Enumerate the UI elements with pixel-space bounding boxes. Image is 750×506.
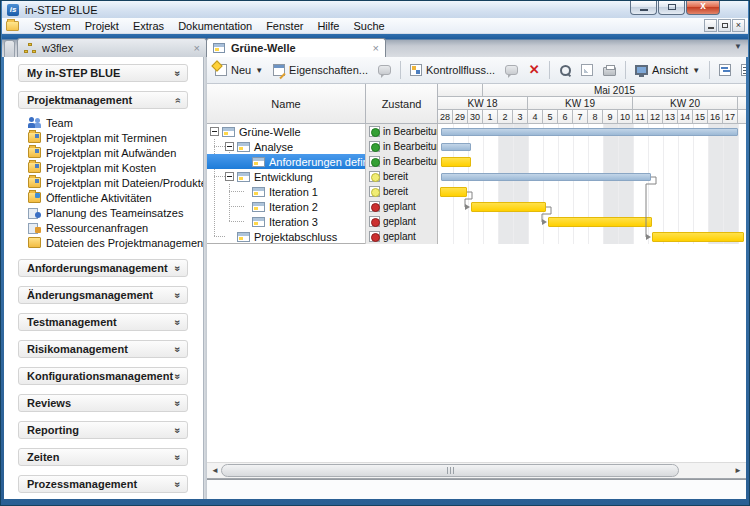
sidebar-item-ressourcenanfragen[interactable]: Ressourcenanfragen <box>4 220 203 235</box>
status-cell-iteration-3[interactable]: geplant <box>366 214 437 229</box>
menu-dokumentation[interactable]: Dokumentation <box>171 18 259 34</box>
menu-extras[interactable]: Extras <box>126 18 171 34</box>
menu-fenster[interactable]: Fenster <box>259 18 310 34</box>
column-header-name[interactable]: Name <box>207 84 366 124</box>
task-name: Projektabschluss <box>254 231 337 243</box>
sidebar-section-konfigurationsmanagement[interactable]: Konfigurationsmanagement» <box>18 367 188 385</box>
menu-system[interactable]: System <box>27 18 78 34</box>
status-cell-projektabschluss[interactable]: geplant <box>366 229 437 244</box>
gantt-bar-analyse[interactable] <box>441 143 471 151</box>
comment-button-2[interactable] <box>501 63 522 77</box>
timeline-day-6: 6 <box>558 110 573 124</box>
chevron-down-icon: » <box>173 319 184 325</box>
task-row-iteration-2[interactable]: Iteration 2 <box>207 199 365 214</box>
task-row-gr-ne-welle[interactable]: Grüne-Welle <box>207 124 365 139</box>
scroll-right-icon[interactable]: ► <box>732 465 744 477</box>
zustand-column: in Bearbeitungin Bearbeitungin Bearbeitu… <box>366 124 438 244</box>
sidebar-section-risikomanagement[interactable]: Risikomanagement» <box>18 340 188 358</box>
status-cell-gr-ne-welle[interactable]: in Bearbeitung <box>366 124 437 139</box>
sidebar-item-team[interactable]: Team <box>4 115 203 130</box>
tab-scroll-stub[interactable] <box>4 40 15 57</box>
sidebar-item-dateien-des-projektmanagements[interactable]: Dateien des Projektmanagements <box>4 235 203 250</box>
sidebar-item-projektplan-mit-aufw-nden[interactable]: Projektplan mit Aufwänden <box>4 145 203 160</box>
timeline-day-3: 3 <box>513 110 528 124</box>
status-cell-iteration-1[interactable]: bereit <box>366 184 437 199</box>
sidebar-section-reporting[interactable]: Reporting» <box>18 421 188 439</box>
zoom-button[interactable] <box>555 62 575 78</box>
maximize-button[interactable] <box>658 1 685 15</box>
task-row-iteration-3[interactable]: Iteration 3 <box>207 214 365 229</box>
delete-button[interactable]: ✕ <box>524 62 544 78</box>
sidebar-item-projektplan-mit-dateien-produkten[interactable]: Projektplan mit Dateien/Produkten <box>4 175 203 190</box>
sidebar-item-projektplan-mit-kosten[interactable]: Projektplan mit Kosten <box>4 160 203 175</box>
sidebar-section-prozessmanagement[interactable]: Prozessmanagement» <box>18 475 188 493</box>
gantt-bar-anforderungen-definieren[interactable] <box>441 157 471 167</box>
status-cell-entwicklung[interactable]: bereit <box>366 169 437 184</box>
task-icon <box>252 217 265 227</box>
view-button[interactable]: Ansicht▼ <box>631 62 704 78</box>
gantt-bar-entwicklung[interactable] <box>441 173 651 181</box>
tab-close-icon[interactable]: × <box>373 43 379 53</box>
sidebar-section-anforderungsmanagement[interactable]: Anforderungsmanagement» <box>18 259 188 277</box>
empty-area <box>207 244 746 462</box>
status-cell-anforderungen-definieren[interactable]: in Bearbeitung <box>366 154 437 169</box>
collapse-toggle-icon[interactable] <box>225 172 234 181</box>
comment-button[interactable] <box>374 63 395 77</box>
tab-w3flex[interactable]: w3flex × <box>17 38 207 57</box>
sidebar-section-my-in-step-blue[interactable]: My in-STEP BLUE» <box>18 64 188 82</box>
task-icon <box>252 202 265 212</box>
task-row-projektabschluss[interactable]: Projektabschluss <box>207 229 365 244</box>
status-label: geplant <box>383 216 416 227</box>
sidebar-item-projektplan-mit-terminen[interactable]: Projektplan mit Terminen <box>4 130 203 145</box>
task-row-analyse[interactable]: Analyse <box>207 139 365 154</box>
tab-close-icon[interactable]: × <box>194 43 200 53</box>
scrollbar-thumb[interactable] <box>221 464 679 477</box>
scroll-left-icon[interactable]: ◄ <box>209 465 221 477</box>
sidebar-section-reviews[interactable]: Reviews» <box>18 394 188 412</box>
menu-suche[interactable]: Suche <box>346 18 391 34</box>
mdi-minimize-button[interactable] <box>704 19 717 32</box>
sidebar-item-label: Projektplan mit Terminen <box>46 132 167 144</box>
activities-icon <box>28 192 41 203</box>
collapse-toggle-icon[interactable] <box>225 142 234 151</box>
close-button[interactable]: x <box>686 1 720 15</box>
columns-button[interactable]: Spalten▼ <box>737 62 746 78</box>
gantt-view-button[interactable] <box>715 62 735 78</box>
mdi-restore-button[interactable] <box>718 19 731 32</box>
task-row-entwicklung[interactable]: Entwicklung <box>207 169 365 184</box>
gantt-bar-iteration-3[interactable] <box>548 217 652 227</box>
control-flow-button[interactable]: Kontrollfluss... <box>406 62 499 78</box>
sidebar-section-label: Zeiten <box>27 451 59 463</box>
task-row-anforderungen-definieren[interactable]: Anforderungen definieren <box>207 154 365 169</box>
status-cell-analyse[interactable]: in Bearbeitung <box>366 139 437 154</box>
minimize-button[interactable] <box>630 1 657 15</box>
task-row-iteration-1[interactable]: Iteration 1 <box>207 184 365 199</box>
sidebar-section-label: Risikomanagement <box>27 343 128 355</box>
properties-button[interactable]: Eigenschaften... <box>269 62 372 78</box>
status-cell-iteration-2[interactable]: geplant <box>366 199 437 214</box>
timeline-week-kw-20: KW 20 <box>633 97 738 110</box>
tab-overflow-icon[interactable]: ▼ <box>734 42 742 51</box>
collapse-toggle-icon[interactable] <box>210 127 219 136</box>
sidebar-item-planung-des-teameinsatzes[interactable]: Planung des Teameinsatzes <box>4 205 203 220</box>
column-header-zustand[interactable]: Zustand <box>366 84 438 124</box>
gantt-bar-gr-ne-welle[interactable] <box>441 128 738 136</box>
sidebar-section-nderungsmanagement[interactable]: Änderungsmanagement» <box>18 286 188 304</box>
tab-gruene-welle[interactable]: Grüne-Welle × <box>206 38 386 57</box>
horizontal-scrollbar[interactable]: ◄ ► <box>207 462 746 478</box>
gantt-bar-projektabschluss[interactable] <box>652 232 744 242</box>
sidebar-item-ffentliche-aktivit-ten[interactable]: Öffentliche Aktivitäten <box>4 190 203 205</box>
menu-projekt[interactable]: Projekt <box>78 18 126 34</box>
mdi-close-button[interactable]: × <box>732 19 745 32</box>
day-gridline <box>663 124 664 244</box>
sidebar-section-testmanagement[interactable]: Testmanagement» <box>18 313 188 331</box>
gantt-bar-iteration-1[interactable] <box>440 187 467 197</box>
menu-hilfe[interactable]: Hilfe <box>310 18 346 34</box>
new-button[interactable]: Neu▼ <box>211 62 267 78</box>
task-name: Anforderungen definieren <box>269 156 365 168</box>
gantt-bar-iteration-2[interactable] <box>471 202 546 212</box>
sidebar-section-projektmanagement[interactable]: Projektmanagement» <box>18 91 188 109</box>
fit-view-button[interactable] <box>577 62 597 78</box>
sidebar-section-zeiten[interactable]: Zeiten» <box>18 448 188 466</box>
print-button[interactable] <box>599 63 620 78</box>
